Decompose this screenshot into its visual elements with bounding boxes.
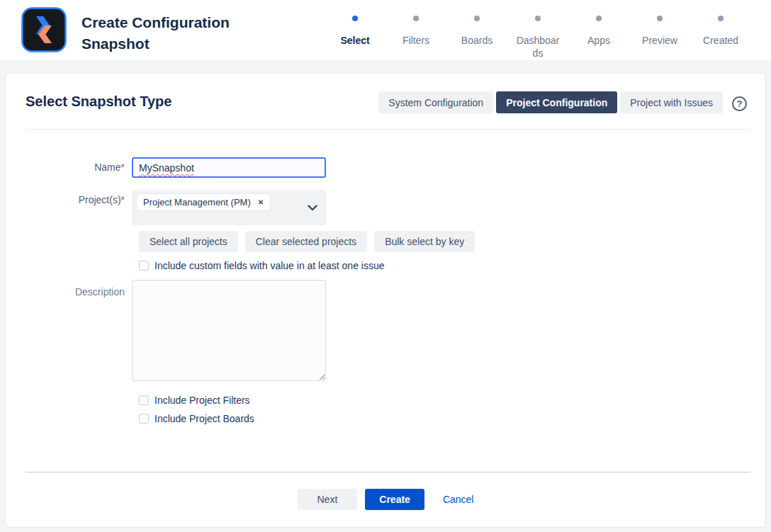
close-icon[interactable]: ✕ [258,198,264,206]
checkbox-icon [139,261,149,271]
name-input-value: MySnapshot [139,162,194,174]
snapshot-type-tabs: System Configuration Project Configurati… [376,91,747,113]
step-label: Apps [575,34,623,47]
required-asterisk: * [121,194,125,205]
app-header: Create Configuration Snapshot Select Fil… [0,0,771,60]
step-dot-icon [596,16,602,21]
tab-system-configuration[interactable]: System Configuration [378,91,493,113]
projects-multiselect[interactable]: Project Management (PM) ✕ [132,190,326,225]
description-row: Description [26,280,765,381]
project-tag: Project Management (PM) ✕ [137,194,270,210]
configuration-manager-logo-icon [21,7,67,52]
include-project-boards-checkbox[interactable]: Include Project Boards [139,413,765,424]
bulk-select-by-key-button[interactable]: Bulk select by key [374,231,475,252]
step-filters[interactable]: Filters [386,16,446,60]
name-input[interactable]: MySnapshot [132,157,326,178]
step-label: Created [697,34,745,47]
step-select[interactable]: Select [325,16,386,60]
description-label: Description [26,280,132,381]
include-custom-fields-label: Include custom fields with value in at l… [154,260,385,271]
step-label: Select [331,34,379,47]
include-project-filters-checkbox[interactable]: Include Project Filters [139,395,765,406]
name-label: Name* [26,157,132,178]
next-button[interactable]: Next [298,489,358,510]
step-label: Boards [453,34,501,47]
step-dot-icon [352,16,358,21]
description-textarea[interactable] [132,280,326,381]
step-label: Dashboards [514,34,562,60]
page-title: Create Configuration Snapshot [81,12,262,55]
cancel-link[interactable]: Cancel [443,494,474,505]
step-created[interactable]: Created [690,16,751,60]
step-label: Preview [636,34,684,47]
tab-project-configuration[interactable]: Project Configuration [496,91,617,113]
checkbox-icon [139,395,149,405]
projects-label: Project(s)* [26,178,132,225]
step-label: Filters [392,34,440,47]
tab-project-with-issues[interactable]: Project with Issues [620,91,723,113]
step-preview[interactable]: Preview [629,16,690,60]
chevron-down-icon [308,205,317,211]
footer-actions: Next Create Cancel [6,472,765,527]
step-dot-icon [657,16,663,21]
step-dot-icon [718,16,724,21]
name-label-text: Name [94,162,120,173]
clear-selected-projects-button[interactable]: Clear selected projects [245,231,367,252]
project-tag-text: Project Management (PM) [143,197,251,208]
step-boards[interactable]: Boards [446,16,507,60]
wizard-stepper: Select Filters Boards Dashboards Apps Pr… [325,7,751,60]
name-row: Name* MySnapshot [26,157,765,178]
snapshot-panel: Select Snapshot Type System Configuratio… [5,73,766,528]
step-dot-icon [535,16,541,21]
panel-heading: Select Snapshot Type [26,91,171,110]
step-dashboards[interactable]: Dashboards [507,16,568,60]
include-project-filters-label: Include Project Filters [154,395,250,406]
step-dot-icon [413,16,419,21]
checkbox-icon [139,414,149,424]
projects-row: Project(s)* Project Management (PM) ✕ [26,178,765,225]
step-apps[interactable]: Apps [568,16,629,60]
projects-label-text: Project(s) [79,194,121,205]
create-button[interactable]: Create [365,489,424,510]
project-actions: Select all projects Clear selected proje… [139,231,765,252]
help-icon[interactable]: ? [732,96,747,111]
step-dot-icon [474,16,480,21]
snapshot-form: Name* MySnapshot Project(s)* Project Man… [6,130,765,472]
include-custom-fields-checkbox[interactable]: Include custom fields with value in at l… [139,260,765,271]
select-all-projects-button[interactable]: Select all projects [139,231,238,252]
include-project-boards-label: Include Project Boards [154,413,254,424]
required-asterisk: * [121,162,125,173]
